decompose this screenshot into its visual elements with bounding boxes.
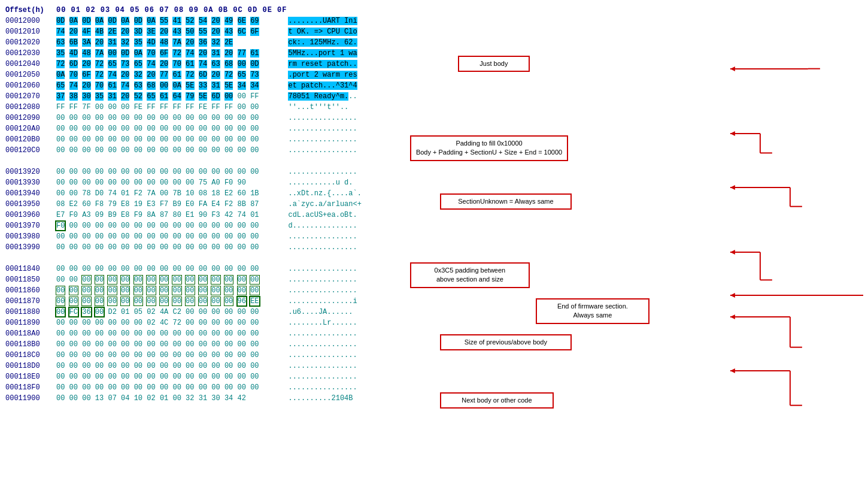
hex-byte: 00 <box>224 383 233 392</box>
ascii-text: 5MHz...port 1 wa <box>287 48 362 59</box>
ascii-text: ................ <box>287 274 362 285</box>
hex-byte: 00 <box>121 135 129 144</box>
hex-byte: 0A <box>147 17 155 25</box>
hex-byte: 00 <box>121 103 129 111</box>
hex-byte: 00 <box>95 232 104 241</box>
table-row <box>5 156 362 167</box>
hex-byte: 00 <box>172 243 181 252</box>
hex-byte: 00 <box>147 222 155 230</box>
hex-byte: 7A <box>147 189 155 198</box>
hex-byte: 00 <box>134 222 142 230</box>
hex-byte: 00 <box>134 168 142 176</box>
hex-bytes: 00 00 00 00 00 00 00 00 00 00 00 00 00 0… <box>56 296 287 307</box>
hex-offset: 00011850 <box>5 274 56 285</box>
table-row <box>5 253 362 264</box>
annotation-padding-label: Padding to fill 0x10000Body + Padding + … <box>416 140 562 156</box>
hex-byte: 00 <box>108 383 116 392</box>
hex-byte: 00 <box>199 125 207 133</box>
hex-byte: 61 <box>108 81 116 90</box>
hex-byte: 68 <box>147 81 155 90</box>
hex-byte: 07 <box>108 394 116 403</box>
hex-bytes: 00 00 00 00 00 00 00 00 00 00 00 00 00 0… <box>56 134 287 145</box>
hex-byte: 00 <box>69 222 78 230</box>
hex-offset: 00013960 <box>5 210 56 220</box>
hex-byte: 00 <box>250 135 259 144</box>
hex-byte: FF <box>211 103 220 111</box>
hex-byte: 32 <box>211 38 220 47</box>
hex-byte: 00 <box>211 276 220 284</box>
hex-byte: 00 <box>211 232 220 241</box>
hex-byte: 0A <box>121 17 129 25</box>
hex-byte: EE <box>250 297 259 305</box>
ascii-text: ................ <box>287 134 362 145</box>
ascii-text: ................ <box>287 361 362 371</box>
hex-byte: 4C <box>160 319 168 327</box>
ascii-text: ...........u d. <box>287 177 362 188</box>
table-row: 000120500A 70 6F 72 74 20 32 20 77 61 72… <box>5 69 362 80</box>
hex-byte: 00 <box>82 319 90 327</box>
hex-byte: 00 <box>95 125 104 133</box>
hex-byte: FF <box>69 103 78 111</box>
hex-byte: 7F <box>82 103 90 111</box>
hex-byte: 00 <box>121 243 129 252</box>
hex-byte: 74 <box>199 60 207 68</box>
hex-byte: 54 <box>199 17 207 25</box>
hex-byte: C2 <box>172 308 181 316</box>
hex-bytes: 00 00 00 00 00 00 00 00 00 00 00 00 00 0… <box>56 361 287 371</box>
hex-byte: F0 <box>69 211 78 219</box>
hex-byte: 00 <box>238 114 246 122</box>
hex-offset: 00012090 <box>5 113 56 123</box>
hex-byte: 00 <box>211 319 220 327</box>
hex-byte: 00 <box>147 146 155 155</box>
hex-byte: 20 <box>199 49 207 58</box>
table-row: 000118F000 00 00 00 00 00 00 00 00 00 00… <box>5 382 362 393</box>
hex-byte: 00 <box>186 383 194 392</box>
hex-byte: 00 <box>147 373 155 381</box>
hex-byte: 00 <box>199 265 207 273</box>
hex-byte: 00 <box>69 373 78 381</box>
hex-byte: 00 <box>160 373 168 381</box>
hex-bytes: 00 00 00 00 00 00 00 00 00 00 00 00 00 0… <box>56 123 287 134</box>
hex-byte: 00 <box>147 362 155 370</box>
hex-byte: 00 <box>95 146 104 155</box>
hex-byte: 00 <box>199 243 207 252</box>
hex-byte: 30 <box>82 92 90 101</box>
hex-byte: 63 <box>56 38 65 47</box>
ascii-text: ........UART Ini <box>287 16 362 26</box>
hex-byte: 00 <box>121 265 129 273</box>
hex-byte: 00 <box>160 286 168 295</box>
hex-byte: 00 <box>186 297 194 305</box>
hex-byte: 5E <box>199 92 207 101</box>
hex-byte: 00 <box>186 135 194 144</box>
hex-byte: 00 <box>108 168 116 176</box>
hex-byte: 6D <box>199 71 207 79</box>
hex-byte: 00 <box>121 373 129 381</box>
table-row: 0001395008 E2 60 F8 79 E8 19 E3 F7 B9 E0… <box>5 199 362 210</box>
hex-bytes: FF FF 7F 00 00 00 FE FF FF FF FF FE FF F… <box>56 102 287 113</box>
hex-byte: 00 <box>95 286 104 295</box>
hex-byte: 72 <box>95 60 104 68</box>
hex-byte: 77 <box>238 49 246 58</box>
hex-byte: 00 <box>224 319 233 327</box>
hex-byte: 00 <box>108 103 116 111</box>
hex-byte: 00 <box>172 135 181 144</box>
svg-marker-11 <box>730 185 735 190</box>
hex-byte: 00 <box>134 125 142 133</box>
hex-byte: 72 <box>172 319 181 327</box>
svg-marker-3 <box>730 66 735 71</box>
hex-byte: 09 <box>95 211 104 219</box>
hex-byte: 00 <box>199 373 207 381</box>
hex-byte: 4A <box>160 308 168 316</box>
hex-byte: 00 <box>95 383 104 392</box>
hex-byte: 00 <box>147 329 155 338</box>
hex-byte: 00 <box>56 319 65 327</box>
hex-byte: 00 <box>238 329 246 338</box>
hex-bytes: 00 00 00 00 00 00 00 00 00 00 00 00 00 0… <box>56 242 287 253</box>
table-row: 0001202063 6B 3A 20 31 32 35 4D 48 7A 20… <box>5 37 362 48</box>
hex-byte: 00 <box>56 179 65 187</box>
hex-byte: 31 <box>199 394 207 403</box>
hex-bytes: 0D 0A 0D 0A 0D 0A 0D 0A 55 41 52 54 20 4… <box>56 16 287 26</box>
arrow-svg <box>362 5 863 479</box>
ascii-text: ..xDt.nz.{....a`. <box>287 188 362 199</box>
hex-byte: 00 <box>108 276 116 284</box>
